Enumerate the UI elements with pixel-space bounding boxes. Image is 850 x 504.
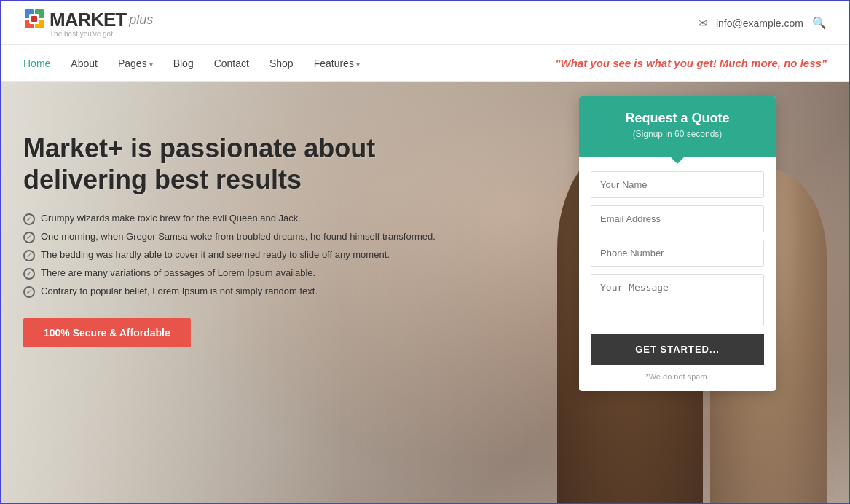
check-icon (23, 250, 35, 261)
logo-main: MARKET plus (23, 8, 153, 31)
check-icon (23, 286, 35, 298)
message-input[interactable] (591, 274, 764, 326)
quote-form-arrow (670, 157, 685, 164)
logo-icon (23, 8, 47, 31)
quote-form: Request a Quote (Signup in 60 seconds) G… (579, 96, 776, 391)
quote-form-header: Request a Quote (Signup in 60 seconds) (579, 96, 776, 157)
list-item-text: Contrary to popular belief, Lorem Ipsum … (41, 286, 318, 296)
spam-note: *We do not spam. (591, 372, 764, 381)
nav-links: Home About Pages Blog Contact Shop Featu… (23, 58, 360, 69)
hero-list: Grumpy wizards make toxic brew for the e… (23, 213, 497, 298)
hero-heading: Market+ is passionate about delivering b… (23, 133, 497, 195)
email-input[interactable] (591, 205, 764, 232)
logo-tagline: The best you've got! (50, 30, 115, 38)
check-icon (23, 213, 35, 225)
name-input[interactable] (591, 171, 764, 198)
nav-link-home[interactable]: Home (23, 58, 50, 69)
list-item: There are many variations of passages of… (23, 267, 497, 280)
nav-link-blog[interactable]: Blog (173, 58, 194, 69)
nav-link-shop[interactable]: Shop (269, 58, 294, 69)
list-item: Grumpy wizards make toxic brew for the e… (23, 213, 497, 225)
top-bar: MARKET plus The best you've got! ✉ info@… (1, 1, 849, 45)
cta-button[interactable]: 100% Secure & Affordable (23, 318, 191, 347)
nav-bar: Home About Pages Blog Contact Shop Featu… (1, 45, 849, 82)
top-right-bar: ✉ info@example.com 🔍 (698, 16, 827, 30)
search-icon[interactable]: 🔍 (812, 16, 827, 30)
get-started-button[interactable]: GET STARTED... (591, 334, 764, 365)
list-item-text: One morning, when Gregor Samsa woke from… (41, 231, 436, 242)
quote-form-title: Request a Quote (591, 111, 764, 126)
logo-area: MARKET plus The best you've got! (23, 8, 153, 38)
nav-link-pages[interactable]: Pages (118, 58, 153, 69)
logo-plus-text: plus (129, 12, 153, 28)
list-item-text: Grumpy wizards make toxic brew for the e… (41, 213, 301, 224)
quote-form-subtitle: (Signup in 60 seconds) (591, 129, 764, 139)
list-item-text: There are many variations of passages of… (41, 267, 315, 278)
nav-link-about[interactable]: About (71, 58, 98, 69)
nav-tagline: "What you see is what you get! Much more… (555, 57, 827, 69)
nav-link-features[interactable]: Features (314, 58, 360, 69)
list-item-text: The bedding was hardly able to cover it … (41, 249, 390, 260)
list-item: The bedding was hardly able to cover it … (23, 249, 497, 261)
mail-icon: ✉ (698, 16, 707, 30)
svg-rect-5 (31, 16, 37, 22)
email-address: info@example.com (716, 17, 803, 29)
check-icon (23, 268, 35, 280)
hero-section: Market+ is passionate about delivering b… (1, 82, 849, 504)
logo-market-text: MARKET (50, 9, 126, 31)
check-icon (23, 232, 35, 243)
hero-content: Market+ is passionate about delivering b… (23, 133, 497, 347)
nav-link-contact[interactable]: Contact (214, 58, 249, 69)
phone-input[interactable] (591, 240, 764, 267)
list-item: Contrary to popular belief, Lorem Ipsum … (23, 286, 497, 298)
quote-form-body: GET STARTED... *We do not spam. (579, 157, 776, 391)
list-item: One morning, when Gregor Samsa woke from… (23, 231, 497, 243)
